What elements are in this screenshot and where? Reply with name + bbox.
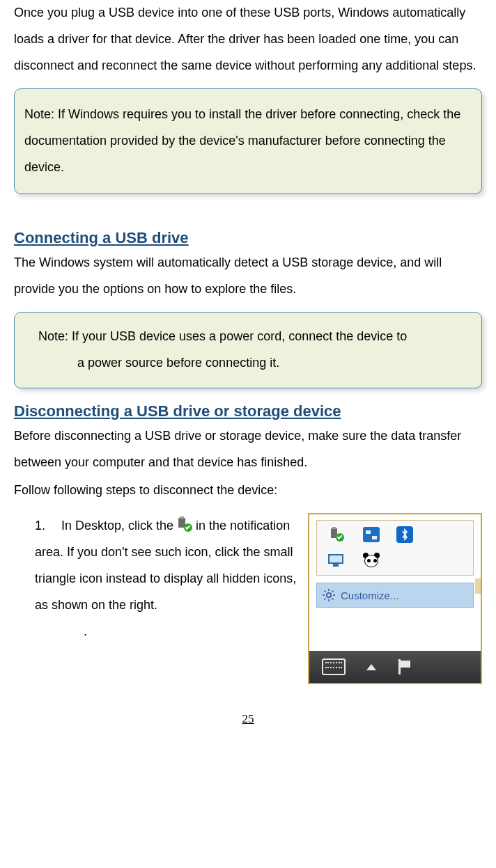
page-number: 25 xyxy=(14,712,482,726)
heading-connecting-usb: Connecting a USB drive xyxy=(14,229,482,247)
svg-line-8 xyxy=(325,599,326,600)
system-tray-screenshot: Customize... xyxy=(308,513,482,684)
step-1-number: 1. xyxy=(35,513,61,539)
svg-line-5 xyxy=(325,591,326,592)
svg-line-6 xyxy=(332,599,334,600)
hidden-icons-panel xyxy=(316,520,474,576)
section2-body2: Follow following steps to disconnect the… xyxy=(14,478,482,504)
safely-remove-hardware-tray-icon[interactable] xyxy=(328,526,346,543)
step-1-row: 1.In Desktop, click the in the notificat… xyxy=(14,513,482,684)
step-1-post: in the notification area. If you don't s… xyxy=(35,519,296,611)
note2-line2: a power source before connecting it. xyxy=(38,350,474,377)
svg-point-0 xyxy=(327,593,331,597)
show-hidden-icons-triangle-icon[interactable] xyxy=(366,664,376,670)
partial-ui-edge xyxy=(475,578,481,594)
step-1-text: 1.In Desktop, click the in the notificat… xyxy=(14,513,300,645)
gear-icon xyxy=(323,589,335,601)
note-box-1: Note: If Windows requires you to install… xyxy=(14,88,482,194)
heading-disconnecting-usb: Disconnecting a USB drive or storage dev… xyxy=(14,402,482,420)
language-tray-icon[interactable] xyxy=(363,527,380,542)
bluetooth-tray-icon[interactable] xyxy=(396,526,414,543)
display-tray-icon[interactable] xyxy=(328,553,346,569)
app-tray-icon[interactable] xyxy=(363,553,381,569)
step-1-pre: In Desktop, click the xyxy=(61,519,177,532)
intro-paragraph: Once you plug a USB device into one of t… xyxy=(14,0,482,79)
step-1-trailing-dot: . xyxy=(35,619,300,645)
action-center-flag-icon[interactable] xyxy=(397,659,412,674)
safely-remove-hardware-icon xyxy=(177,516,192,532)
taskbar-strip xyxy=(309,651,481,683)
customize-tray-button[interactable]: Customize... xyxy=(316,583,474,608)
touch-keyboard-icon[interactable] xyxy=(322,658,346,675)
note-box-2: Note: If your USB device uses a power co… xyxy=(14,312,482,388)
customize-label: Customize... xyxy=(341,590,398,601)
note2-line1: Note: If your USB device uses a power co… xyxy=(38,324,474,350)
svg-line-7 xyxy=(332,591,334,592)
section2-body1: Before disconnecting a USB drive or stor… xyxy=(14,423,482,476)
section1-body: The Windows system will automatically de… xyxy=(14,250,482,303)
